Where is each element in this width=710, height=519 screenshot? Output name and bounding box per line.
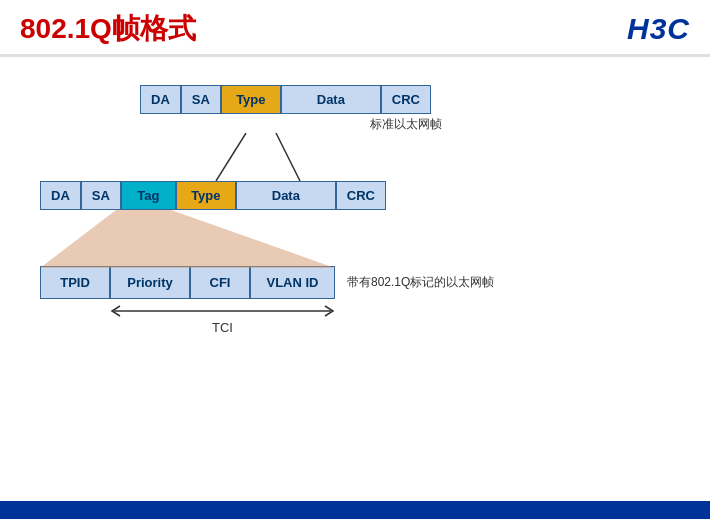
bottom-bar	[0, 501, 710, 519]
std-frame-row: DA SA Type Data CRC	[140, 85, 670, 114]
svg-line-0	[216, 133, 246, 181]
logo-h: H	[627, 12, 650, 45]
tag-detail-frame: TPID Priority CFI VLAN ID	[40, 266, 335, 299]
std-frame: DA SA Type Data CRC	[140, 85, 431, 114]
std-cell-data: Data	[281, 85, 381, 114]
connector-svg	[140, 133, 540, 181]
tag-cell-cfi: CFI	[190, 266, 250, 299]
h3c-logo: H3C	[627, 12, 690, 46]
tci-arrow-row	[110, 302, 335, 320]
logo-3c: 3C	[650, 12, 690, 45]
tci-label: TCI	[110, 320, 335, 335]
dot1q-frame-label: 带有802.1Q标记的以太网帧	[347, 274, 494, 291]
cone-svg	[40, 210, 540, 268]
dot1q-cell-tag: Tag	[121, 181, 176, 210]
tag-cell-vlanid: VLAN ID	[250, 266, 335, 299]
svg-line-1	[276, 133, 300, 181]
std-cell-type: Type	[221, 85, 281, 114]
dot1q-cell-crc: CRC	[336, 181, 386, 210]
tag-cell-priority: Priority	[110, 266, 190, 299]
connector-area	[140, 133, 670, 181]
tag-detail-row: TPID Priority CFI VLAN ID 带有802.1Q标记的以太网…	[40, 266, 670, 299]
dot1q-frame-row: DA SA Tag Type Data CRC	[40, 181, 670, 210]
tag-detail-area: TPID Priority CFI VLAN ID 带有802.1Q标记的以太网…	[40, 266, 670, 335]
svg-marker-2	[40, 210, 335, 268]
std-cell-crc: CRC	[381, 85, 431, 114]
dot1q-cell-data: Data	[236, 181, 336, 210]
page-title: 802.1Q帧格式	[20, 10, 196, 48]
dot1q-cell-sa: SA	[81, 181, 121, 210]
dot1q-cell-da: DA	[40, 181, 81, 210]
dot1q-frame: DA SA Tag Type Data CRC	[40, 181, 386, 210]
tci-arrow-svg	[110, 302, 335, 320]
std-frame-label: 标准以太网帧	[370, 116, 670, 133]
dot1q-cell-type: Type	[176, 181, 236, 210]
tag-cell-tpid: TPID	[40, 266, 110, 299]
page-header: 802.1Q帧格式 H3C	[0, 0, 710, 57]
std-cell-da: DA	[140, 85, 181, 114]
cone-area	[40, 210, 670, 268]
tci-section: TCI	[110, 302, 335, 335]
std-cell-sa: SA	[181, 85, 221, 114]
main-content: DA SA Type Data CRC 标准以太网帧 DA SA Tag Typ…	[0, 57, 710, 345]
